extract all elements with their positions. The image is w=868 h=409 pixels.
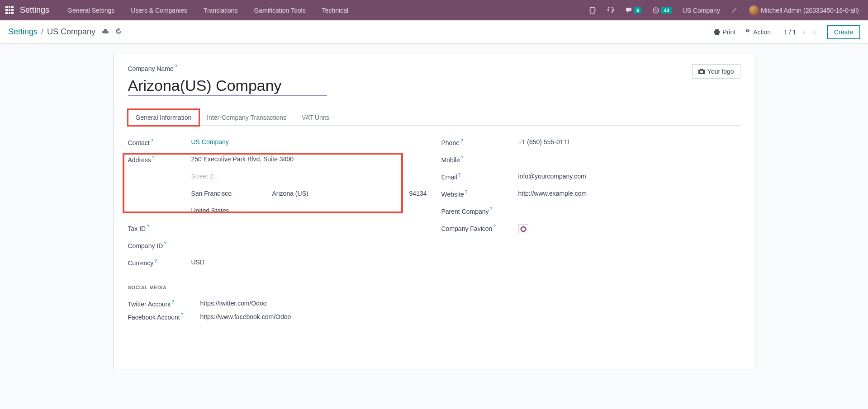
country-input[interactable]: United States <box>191 205 427 214</box>
facebook-label: Facebook Account <box>128 314 180 321</box>
pager-prev-icon[interactable]: ‹ <box>801 28 806 36</box>
tooltip-icon[interactable]: ? <box>151 138 153 143</box>
tab-intercompany[interactable]: Inter-Company Transactions <box>199 109 294 125</box>
company-switcher[interactable]: US Company <box>679 7 724 14</box>
user-menu[interactable]: Mitchell Admin (20333450-16-0-all) <box>745 5 863 15</box>
tax-id-input[interactable] <box>191 222 427 224</box>
currency-input[interactable]: USD <box>191 257 427 266</box>
breadcrumb-current: US Company <box>47 27 95 37</box>
state-input[interactable]: Arizona (US) <box>272 190 346 197</box>
favicon-label: Company Favicon <box>441 225 493 232</box>
messages-badge: 6 <box>634 7 641 14</box>
mobile-input[interactable] <box>518 154 740 155</box>
discard-icon[interactable] <box>115 27 122 37</box>
tooltip-icon[interactable]: ? <box>171 300 174 305</box>
nav-gamification[interactable]: Gamification Tools <box>248 7 312 14</box>
favicon-image[interactable] <box>518 224 528 234</box>
website-input[interactable]: http://www.example.com <box>518 188 740 197</box>
tooltip-icon[interactable]: ? <box>490 207 493 212</box>
pager: 1 / 1 ‹ › <box>778 28 823 36</box>
email-label: Email <box>441 173 457 180</box>
phone-label: Phone <box>441 139 460 146</box>
app-brand[interactable]: Settings <box>20 5 49 15</box>
nav-general-settings[interactable]: General Settings <box>61 7 121 14</box>
activities-badge: 43 <box>661 7 671 14</box>
create-button[interactable]: Create <box>827 25 860 39</box>
company-id-input[interactable] <box>191 240 427 241</box>
tooltip-icon[interactable]: ? <box>458 173 461 178</box>
tooltip-icon[interactable]: ? <box>181 313 184 318</box>
mobile-label: Mobile <box>441 156 460 163</box>
messages-icon[interactable]: 6 <box>621 7 645 14</box>
tooltip-icon[interactable]: ? <box>493 224 496 229</box>
logo-button[interactable]: Your logo <box>692 64 740 79</box>
parent-company-label: Parent Company <box>441 207 489 215</box>
facebook-input[interactable]: https://www.facebook.com/Odoo <box>200 313 291 320</box>
zip-input[interactable]: 94134 <box>353 190 427 197</box>
tooltip-icon[interactable]: ? <box>147 224 149 229</box>
nav-users-companies[interactable]: Users & Companies <box>124 7 194 14</box>
email-input[interactable]: info@yourcompany.com <box>518 171 740 180</box>
currency-label: Currency <box>128 259 154 266</box>
pager-value[interactable]: 1 / 1 <box>784 28 796 36</box>
breadcrumb-root[interactable]: Settings <box>8 27 38 37</box>
street2-input[interactable]: Street 2... <box>191 171 427 180</box>
company-name-input[interactable] <box>128 76 327 96</box>
company-name-label: Company Name <box>128 65 174 72</box>
support-icon[interactable] <box>603 7 618 14</box>
tab-vat-units[interactable]: VAT Units <box>294 109 337 125</box>
social-section-title: SOCIAL MEDIA <box>128 285 417 293</box>
tax-id-label: Tax ID <box>128 225 146 232</box>
breadcrumb-sep: / <box>41 27 43 37</box>
control-bar: Settings / US Company Print Action 1 / 1… <box>0 20 868 44</box>
tabs: General Information Inter-Company Transa… <box>128 109 740 126</box>
city-input[interactable]: San Francisco <box>191 190 265 197</box>
tooltip-icon[interactable]: ? <box>164 241 166 246</box>
address-label: Address <box>128 156 151 163</box>
street-input[interactable]: 250 Executive Park Blvd, Suite 3400 <box>191 154 427 163</box>
debug-icon[interactable] <box>585 7 600 14</box>
tooltip-icon[interactable]: ? <box>152 155 155 160</box>
apps-icon[interactable] <box>5 6 14 14</box>
website-label: Website <box>441 190 464 197</box>
tools-icon[interactable] <box>727 7 742 14</box>
print-button[interactable]: Print <box>709 26 740 38</box>
user-name: Mitchell Admin (20333450-16-0-all) <box>761 7 859 14</box>
tooltip-icon[interactable]: ? <box>154 259 157 263</box>
contact-label: Contact <box>128 139 150 146</box>
activities-icon[interactable]: 43 <box>649 7 675 14</box>
tooltip-icon[interactable]: ? <box>175 64 177 69</box>
avatar <box>749 5 759 15</box>
pager-next-icon[interactable]: › <box>811 28 817 36</box>
topbar: Settings General Settings Users & Compan… <box>0 0 868 20</box>
company-id-label: Company ID <box>128 242 163 249</box>
tooltip-icon[interactable]: ? <box>465 190 468 195</box>
tab-general-info[interactable]: General Information <box>128 109 199 126</box>
main-scroll[interactable]: Company Name? Your logo General Informat… <box>0 44 868 409</box>
parent-company-input[interactable] <box>518 205 740 207</box>
twitter-input[interactable]: https://twitter.com/Odoo <box>200 300 267 307</box>
twitter-label: Twitter Account <box>128 300 171 307</box>
breadcrumb: Settings / US Company <box>8 27 122 37</box>
nav-technical[interactable]: Technical <box>316 7 355 14</box>
form-sheet: Company Name? Your logo General Informat… <box>113 53 755 369</box>
contact-value[interactable]: US Company <box>191 136 427 146</box>
cloud-save-icon[interactable] <box>102 27 109 37</box>
svg-point-1 <box>747 30 749 31</box>
action-button[interactable]: Action <box>740 26 775 38</box>
svg-point-2 <box>521 227 526 231</box>
phone-input[interactable]: +1 (650) 555-0111 <box>518 136 740 146</box>
tooltip-icon[interactable]: ? <box>460 138 463 143</box>
nav-translations[interactable]: Translations <box>197 7 244 14</box>
tooltip-icon[interactable]: ? <box>461 155 464 160</box>
